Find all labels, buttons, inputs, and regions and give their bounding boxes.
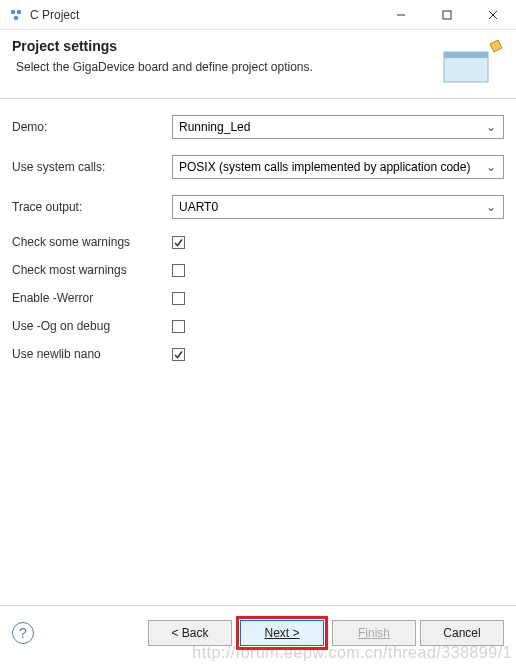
settings-form: Demo: Running_Led ⌄ Use system calls: PO… [0, 99, 516, 361]
app-icon [8, 7, 24, 23]
titlebar: C Project [0, 0, 516, 30]
svg-point-2 [14, 15, 18, 19]
check-some-label: Check some warnings [12, 235, 172, 249]
trace-label: Trace output: [12, 200, 172, 214]
next-button-label: Next > [264, 626, 299, 640]
werror-label: Enable -Werror [12, 291, 172, 305]
chevron-down-icon: ⌄ [483, 120, 499, 134]
demo-label: Demo: [12, 120, 172, 134]
close-button[interactable] [470, 0, 516, 29]
check-some-checkbox[interactable] [172, 236, 185, 249]
finish-button: Finish [332, 620, 416, 646]
check-most-label: Check most warnings [12, 263, 172, 277]
werror-checkbox[interactable] [172, 292, 185, 305]
svg-rect-4 [443, 11, 451, 19]
back-button[interactable]: < Back [148, 620, 232, 646]
next-highlight: Next > [236, 616, 328, 650]
newlib-checkbox[interactable] [172, 348, 185, 361]
wizard-banner-icon [440, 38, 504, 88]
svg-point-0 [11, 9, 15, 13]
wizard-footer: ? < Back Next > Finish Cancel [0, 605, 516, 664]
syscalls-select[interactable]: POSIX (system calls implemented by appli… [172, 155, 504, 179]
window-controls [378, 0, 516, 29]
finish-button-label: Finish [358, 626, 390, 640]
cancel-button[interactable]: Cancel [420, 620, 504, 646]
minimize-button[interactable] [378, 0, 424, 29]
demo-select[interactable]: Running_Led ⌄ [172, 115, 504, 139]
syscalls-label: Use system calls: [12, 160, 172, 174]
svg-point-1 [17, 9, 21, 13]
newlib-label: Use newlib nano [12, 347, 172, 361]
window-title: C Project [30, 8, 378, 22]
chevron-down-icon: ⌄ [483, 160, 499, 174]
svg-rect-8 [444, 52, 488, 58]
og-label: Use -Og on debug [12, 319, 172, 333]
chevron-down-icon: ⌄ [483, 200, 499, 214]
trace-value: UART0 [179, 200, 483, 214]
page-title: Project settings [12, 38, 432, 54]
maximize-button[interactable] [424, 0, 470, 29]
trace-select[interactable]: UART0 ⌄ [172, 195, 504, 219]
syscalls-value: POSIX (system calls implemented by appli… [179, 160, 483, 174]
next-button[interactable]: Next > [240, 620, 324, 646]
check-most-checkbox[interactable] [172, 264, 185, 277]
page-subtitle: Select the GigaDevice board and define p… [16, 60, 432, 74]
og-checkbox[interactable] [172, 320, 185, 333]
wizard-header: Project settings Select the GigaDevice b… [0, 30, 516, 99]
svg-marker-9 [490, 40, 502, 52]
demo-value: Running_Led [179, 120, 483, 134]
help-icon[interactable]: ? [12, 622, 34, 644]
